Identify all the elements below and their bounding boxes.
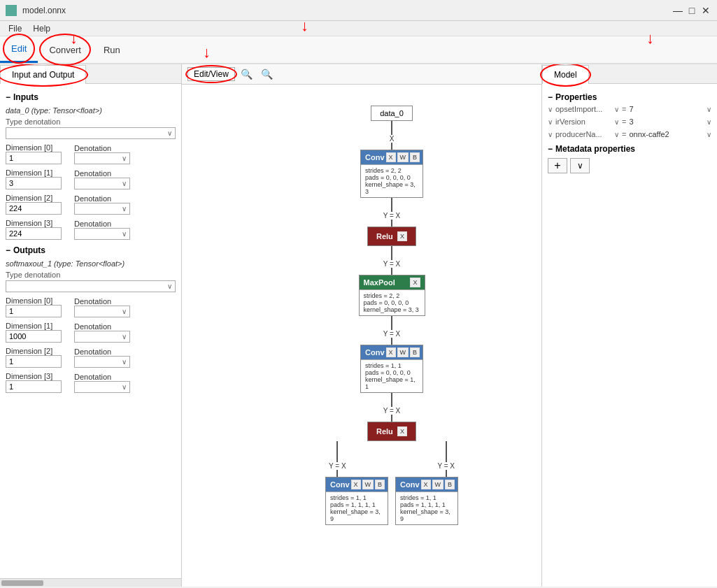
connector-5 — [391, 246, 392, 260]
minimize-button[interactable]: — — [672, 5, 683, 16]
node-conv2[interactable]: Conv X W B strides = 1, 1 pads = 0, 0, 0… — [360, 345, 423, 393]
port-b-conv4[interactable]: B — [445, 480, 455, 489]
prop-chevron-producer[interactable]: ∨ — [548, 131, 553, 138]
title-bar-left: model.onnx — [6, 5, 66, 16]
port-x-maxpool[interactable]: X — [410, 278, 420, 287]
output-dim-2-denotation-label: Denotation — [74, 347, 130, 356]
output-dim-2-denotation-select[interactable]: ∨ — [74, 356, 130, 368]
outputs-section-header[interactable]: − Outputs — [6, 245, 176, 255]
type-denotation-select[interactable]: ∨ — [6, 127, 176, 139]
connector-4 — [391, 220, 392, 227]
output-type-denotation-select[interactable]: ∨ — [6, 280, 176, 292]
right-panel: Model ↓ − Properties ∨ opsetImport... ∨ … — [542, 64, 717, 587]
output-dim-0-field[interactable] — [6, 305, 62, 317]
input-dim-0-field[interactable] — [6, 152, 62, 164]
input-dim-2-field[interactable] — [6, 202, 62, 215]
port-b-conv2[interactable]: B — [410, 347, 420, 357]
chevron-down-icon: ∨ — [122, 358, 127, 366]
prop-right-chevron-producer[interactable]: ∨ — [614, 131, 619, 138]
maximize-button[interactable]: □ — [686, 5, 697, 16]
chevron-down-icon: ∨ — [167, 282, 172, 290]
prop-chevron-irversion[interactable]: ∨ — [548, 118, 553, 126]
properties-section-header[interactable]: − Properties — [548, 92, 711, 102]
input-dim-2-label: Dimension [2] — [6, 194, 69, 202]
input-dim-3-field[interactable] — [6, 227, 62, 240]
port-w-conv3[interactable]: W — [362, 480, 374, 489]
prop-expand-producer[interactable]: ∨ — [707, 131, 711, 138]
edit-view-button[interactable]: Edit/View — [187, 67, 235, 81]
port-b-conv1[interactable]: B — [410, 152, 420, 162]
port-w-conv4[interactable]: W — [432, 480, 444, 489]
node-data0[interactable]: data_0 — [371, 106, 413, 121]
node-wrapper-conv2: Conv X W B strides = 1, 1 pads = 0, 0, 0… — [182, 345, 541, 422]
right-panel-content: − Properties ∨ opsetImport... ∨ = 7 ∨ ∨ … — [542, 84, 717, 587]
menu-file[interactable]: File — [3, 22, 27, 35]
input-dim-2-denotation-label: Denotation — [74, 194, 130, 203]
label-yx-branch-left: Y = X — [329, 462, 346, 470]
node-maxpool[interactable]: MaxPool X strides = 2, 2 pads = 0, 0, 0,… — [359, 275, 425, 316]
close-button[interactable]: ✕ — [700, 5, 711, 16]
left-panel-scrollbar[interactable] — [0, 578, 181, 587]
toolbar-edit-button[interactable]: Edit — [0, 36, 38, 63]
left-panel-tab-bar: Input and Output — [0, 64, 181, 84]
connector-label-x: X — [390, 135, 395, 143]
output-dim-2-field[interactable] — [6, 355, 62, 368]
app-icon — [6, 5, 17, 16]
input-dim-2-denotation-select[interactable]: ∨ — [74, 203, 130, 215]
port-x-relu1[interactable]: X — [397, 231, 407, 241]
menu-help[interactable]: Help — [27, 22, 56, 35]
prop-right-chevron-opset[interactable]: ∨ — [614, 106, 619, 113]
prop-expand-opset[interactable]: ∨ — [707, 106, 711, 113]
prop-expand-irversion[interactable]: ∨ — [707, 118, 711, 126]
output-dim-2-row: Dimension [2] Denotation ∨ — [6, 347, 176, 368]
zoom-in-button[interactable]: 🔍 — [238, 67, 255, 81]
input-dim-1-field[interactable] — [6, 177, 62, 189]
tab-model[interactable]: Model — [542, 65, 589, 84]
output-dim-1-row: Dimension [1] Denotation ∨ — [6, 322, 176, 343]
metadata-chevron-button[interactable]: ∨ — [570, 158, 590, 173]
output-dim-3-field[interactable] — [6, 380, 62, 393]
chevron-down-icon: ∨ — [122, 333, 127, 340]
prop-chevron-opset[interactable]: ∨ — [548, 106, 553, 113]
node-conv4[interactable]: Conv X W B strides = 1, 1 pads = 1, 1, 1… — [395, 477, 458, 525]
toolbar-run-button[interactable]: Run — [92, 36, 132, 63]
port-x-conv2[interactable]: X — [386, 347, 396, 357]
output-dim-3-row: Dimension [3] Denotation ∨ — [6, 372, 176, 393]
inputs-section-header[interactable]: − Inputs — [6, 92, 176, 102]
zoom-out-button[interactable]: 🔍 — [258, 67, 276, 81]
connector-7 — [391, 316, 392, 330]
prop-right-chevron-irversion[interactable]: ∨ — [614, 118, 619, 126]
port-x-conv4[interactable]: X — [421, 480, 431, 489]
port-w-conv1[interactable]: W — [397, 152, 409, 162]
toolbar-convert-button[interactable]: Convert — [38, 36, 92, 63]
input-dim-1-label: Dimension [1] — [6, 168, 69, 177]
label-yx-2: Y = X — [383, 260, 401, 268]
add-metadata-button[interactable]: + — [548, 158, 567, 173]
graph-canvas[interactable]: data_0 X Conv X W B — [182, 85, 541, 587]
prop-value-irversion: 3 — [629, 117, 704, 126]
node-wrapper-relu2: Relu X Y = X Y = X — [182, 422, 541, 525]
port-x-relu2[interactable]: X — [397, 426, 407, 436]
node-wrapper-maxpool: MaxPool X strides = 2, 2 pads = 0, 0, 0,… — [182, 275, 541, 345]
tab-input-output[interactable]: Input and Output — [0, 65, 86, 84]
port-w-conv2[interactable]: W — [397, 347, 409, 357]
metadata-controls: + ∨ — [548, 158, 711, 173]
output-dim-1-denotation-select[interactable]: ∨ — [74, 331, 130, 343]
port-b-conv3[interactable]: B — [375, 480, 385, 489]
output-dim-1-field[interactable] — [6, 330, 62, 343]
property-row-opset: ∨ opsetImport... ∨ = 7 ∨ — [548, 105, 711, 113]
input-dim-1-denotation-select[interactable]: ∨ — [74, 178, 130, 189]
center-panel: Edit/View ↓ 🔍 🔍 data_0 X — [182, 64, 542, 587]
port-x-conv3[interactable]: X — [351, 480, 361, 489]
port-x-conv1[interactable]: X — [386, 152, 396, 162]
node-conv1[interactable]: Conv X W B strides = 2, 2 pads = 0, 0, 0… — [360, 150, 423, 198]
input-dim-3-denotation-select[interactable]: ∨ — [74, 228, 130, 240]
branch-right-line — [446, 441, 447, 462]
output-dim-0-denotation-select[interactable]: ∨ — [74, 306, 130, 317]
input-dim-0-denotation-select[interactable]: ∨ — [74, 152, 130, 164]
node-conv3[interactable]: Conv X W B strides = 1, 1 pads = 1, 1, 1… — [325, 477, 388, 525]
node-relu1[interactable]: Relu X — [367, 227, 416, 246]
output-type-denotation-label: Type denotation — [6, 271, 176, 279]
output-dim-3-denotation-select[interactable]: ∨ — [74, 381, 130, 393]
node-relu2[interactable]: Relu X — [367, 422, 416, 441]
